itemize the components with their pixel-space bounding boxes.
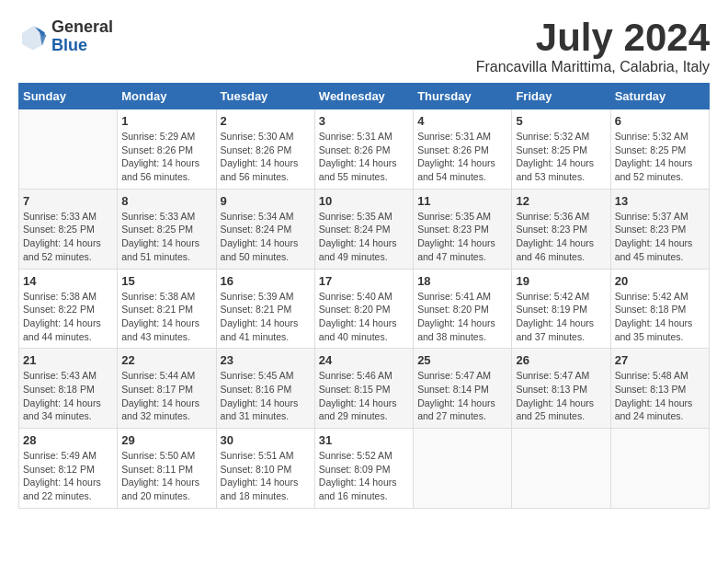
calendar-cell: 17Sunrise: 5:40 AM Sunset: 8:20 PM Dayli… <box>314 269 413 349</box>
calendar-cell <box>610 429 709 509</box>
calendar-cell: 19Sunrise: 5:42 AM Sunset: 8:19 PM Dayli… <box>512 269 610 349</box>
calendar-cell: 20Sunrise: 5:42 AM Sunset: 8:18 PM Dayli… <box>610 269 709 349</box>
calendar-cell: 25Sunrise: 5:47 AM Sunset: 8:14 PM Dayli… <box>414 349 512 429</box>
calendar-week-row: 14Sunrise: 5:38 AM Sunset: 8:22 PM Dayli… <box>19 269 710 349</box>
logo: General Blue <box>18 18 113 55</box>
day-info: Sunrise: 5:45 AM Sunset: 8:16 PM Dayligh… <box>221 369 311 423</box>
calendar-table: SundayMondayTuesdayWednesdayThursdayFrid… <box>18 83 710 509</box>
day-info: Sunrise: 5:42 AM Sunset: 8:18 PM Dayligh… <box>615 290 705 344</box>
day-info: Sunrise: 5:36 AM Sunset: 8:23 PM Dayligh… <box>516 210 606 264</box>
calendar-cell: 5Sunrise: 5:32 AM Sunset: 8:25 PM Daylig… <box>512 109 610 190</box>
calendar-cell: 7Sunrise: 5:33 AM Sunset: 8:25 PM Daylig… <box>19 189 118 269</box>
day-info: Sunrise: 5:33 AM Sunset: 8:25 PM Dayligh… <box>23 210 113 264</box>
day-number: 3 <box>319 114 409 128</box>
calendar-cell: 13Sunrise: 5:37 AM Sunset: 8:23 PM Dayli… <box>610 189 709 269</box>
weekday-header-wednesday: Wednesday <box>314 84 413 109</box>
day-number: 11 <box>417 194 507 208</box>
logo-icon <box>18 22 48 52</box>
calendar-cell: 21Sunrise: 5:43 AM Sunset: 8:18 PM Dayli… <box>19 349 118 429</box>
day-info: Sunrise: 5:47 AM Sunset: 8:14 PM Dayligh… <box>417 369 507 423</box>
calendar-cell: 18Sunrise: 5:41 AM Sunset: 8:20 PM Dayli… <box>414 269 512 349</box>
calendar-cell: 29Sunrise: 5:50 AM Sunset: 8:11 PM Dayli… <box>118 429 216 509</box>
day-info: Sunrise: 5:38 AM Sunset: 8:21 PM Dayligh… <box>121 290 211 344</box>
day-number: 12 <box>516 194 606 208</box>
day-info: Sunrise: 5:46 AM Sunset: 8:15 PM Dayligh… <box>319 369 409 423</box>
calendar-cell: 10Sunrise: 5:35 AM Sunset: 8:24 PM Dayli… <box>314 189 413 269</box>
calendar-cell: 30Sunrise: 5:51 AM Sunset: 8:10 PM Dayli… <box>216 429 314 509</box>
weekday-header-tuesday: Tuesday <box>216 84 314 109</box>
calendar-cell: 26Sunrise: 5:47 AM Sunset: 8:13 PM Dayli… <box>512 349 610 429</box>
day-number: 30 <box>221 433 311 447</box>
calendar-week-row: 1Sunrise: 5:29 AM Sunset: 8:26 PM Daylig… <box>19 109 710 190</box>
day-number: 8 <box>121 194 211 208</box>
day-number: 25 <box>417 353 507 367</box>
day-number: 10 <box>319 194 409 208</box>
day-info: Sunrise: 5:40 AM Sunset: 8:20 PM Dayligh… <box>319 290 409 344</box>
day-info: Sunrise: 5:32 AM Sunset: 8:25 PM Dayligh… <box>516 130 606 184</box>
day-info: Sunrise: 5:39 AM Sunset: 8:21 PM Dayligh… <box>221 290 311 344</box>
day-number: 24 <box>319 353 409 367</box>
day-number: 9 <box>221 194 311 208</box>
month-title: July 2024 <box>476 18 710 57</box>
day-number: 20 <box>615 274 705 288</box>
day-info: Sunrise: 5:41 AM Sunset: 8:20 PM Dayligh… <box>417 290 507 344</box>
day-number: 29 <box>121 433 211 447</box>
calendar-cell <box>512 429 610 509</box>
day-info: Sunrise: 5:31 AM Sunset: 8:26 PM Dayligh… <box>319 130 409 184</box>
day-number: 31 <box>319 433 409 447</box>
day-number: 1 <box>121 114 211 128</box>
calendar-cell: 14Sunrise: 5:38 AM Sunset: 8:22 PM Dayli… <box>19 269 118 349</box>
page-header: General Blue July 2024 Francavilla Marit… <box>18 18 710 75</box>
calendar-cell: 12Sunrise: 5:36 AM Sunset: 8:23 PM Dayli… <box>512 189 610 269</box>
calendar-cell: 11Sunrise: 5:35 AM Sunset: 8:23 PM Dayli… <box>414 189 512 269</box>
day-info: Sunrise: 5:29 AM Sunset: 8:26 PM Dayligh… <box>121 130 211 184</box>
calendar-cell <box>414 429 512 509</box>
calendar-cell: 6Sunrise: 5:32 AM Sunset: 8:25 PM Daylig… <box>610 109 709 190</box>
calendar-cell: 1Sunrise: 5:29 AM Sunset: 8:26 PM Daylig… <box>118 109 216 190</box>
day-info: Sunrise: 5:34 AM Sunset: 8:24 PM Dayligh… <box>221 210 311 264</box>
day-info: Sunrise: 5:42 AM Sunset: 8:19 PM Dayligh… <box>516 290 606 344</box>
day-info: Sunrise: 5:35 AM Sunset: 8:23 PM Dayligh… <box>417 210 507 264</box>
calendar-week-row: 7Sunrise: 5:33 AM Sunset: 8:25 PM Daylig… <box>19 189 710 269</box>
day-number: 4 <box>417 114 507 128</box>
calendar-cell: 28Sunrise: 5:49 AM Sunset: 8:12 PM Dayli… <box>19 429 118 509</box>
day-number: 5 <box>516 114 606 128</box>
day-number: 21 <box>23 353 113 367</box>
calendar-cell: 22Sunrise: 5:44 AM Sunset: 8:17 PM Dayli… <box>118 349 216 429</box>
day-number: 14 <box>23 274 113 288</box>
day-number: 28 <box>23 433 113 447</box>
day-info: Sunrise: 5:51 AM Sunset: 8:10 PM Dayligh… <box>221 449 311 503</box>
day-number: 22 <box>121 353 211 367</box>
location-title: Francavilla Marittima, Calabria, Italy <box>476 59 710 75</box>
calendar-cell <box>19 109 118 190</box>
day-info: Sunrise: 5:44 AM Sunset: 8:17 PM Dayligh… <box>121 369 211 423</box>
logo-text: General Blue <box>51 18 113 55</box>
day-info: Sunrise: 5:50 AM Sunset: 8:11 PM Dayligh… <box>121 449 211 503</box>
weekday-header-sunday: Sunday <box>19 84 118 109</box>
calendar-cell: 16Sunrise: 5:39 AM Sunset: 8:21 PM Dayli… <box>216 269 314 349</box>
day-number: 16 <box>221 274 311 288</box>
day-info: Sunrise: 5:49 AM Sunset: 8:12 PM Dayligh… <box>23 449 113 503</box>
day-info: Sunrise: 5:52 AM Sunset: 8:09 PM Dayligh… <box>319 449 409 503</box>
day-number: 18 <box>417 274 507 288</box>
day-info: Sunrise: 5:47 AM Sunset: 8:13 PM Dayligh… <box>516 369 606 423</box>
weekday-header-friday: Friday <box>512 84 610 109</box>
day-number: 15 <box>121 274 211 288</box>
calendar-cell: 24Sunrise: 5:46 AM Sunset: 8:15 PM Dayli… <box>314 349 413 429</box>
calendar-cell: 4Sunrise: 5:31 AM Sunset: 8:26 PM Daylig… <box>414 109 512 190</box>
day-info: Sunrise: 5:43 AM Sunset: 8:18 PM Dayligh… <box>23 369 113 423</box>
day-info: Sunrise: 5:37 AM Sunset: 8:23 PM Dayligh… <box>615 210 705 264</box>
day-info: Sunrise: 5:35 AM Sunset: 8:24 PM Dayligh… <box>319 210 409 264</box>
day-number: 26 <box>516 353 606 367</box>
calendar-cell: 8Sunrise: 5:33 AM Sunset: 8:25 PM Daylig… <box>118 189 216 269</box>
calendar-cell: 31Sunrise: 5:52 AM Sunset: 8:09 PM Dayli… <box>314 429 413 509</box>
day-info: Sunrise: 5:31 AM Sunset: 8:26 PM Dayligh… <box>417 130 507 184</box>
weekday-header-thursday: Thursday <box>414 84 512 109</box>
day-number: 17 <box>319 274 409 288</box>
day-number: 2 <box>221 114 311 128</box>
calendar-cell: 3Sunrise: 5:31 AM Sunset: 8:26 PM Daylig… <box>314 109 413 190</box>
calendar-cell: 15Sunrise: 5:38 AM Sunset: 8:21 PM Dayli… <box>118 269 216 349</box>
calendar-cell: 23Sunrise: 5:45 AM Sunset: 8:16 PM Dayli… <box>216 349 314 429</box>
weekday-header-saturday: Saturday <box>610 84 709 109</box>
day-info: Sunrise: 5:38 AM Sunset: 8:22 PM Dayligh… <box>23 290 113 344</box>
